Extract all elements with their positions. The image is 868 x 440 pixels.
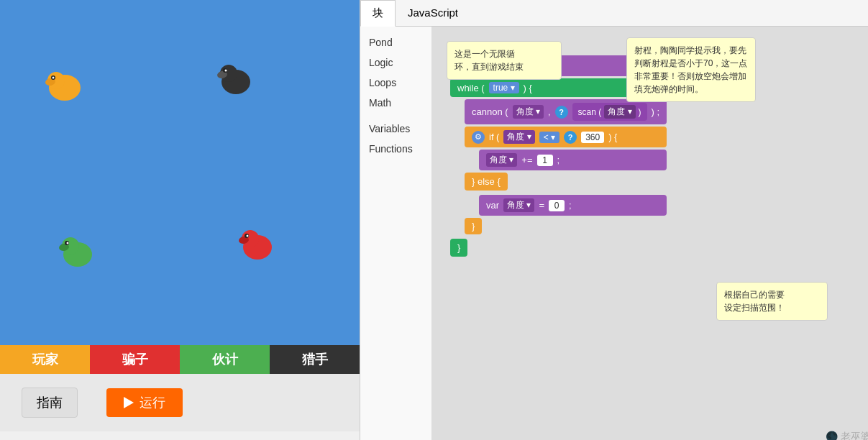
svg-point-4 [52, 77, 55, 79]
bottom-bar: 指南 运行 [0, 374, 360, 431]
code-panel: 块 JavaScript Pond Logic Loops Math [360, 0, 868, 440]
cannon-row: cannon ( 角度 ▾ , ? scan ( 角度 ▾ ) ) ; [465, 99, 667, 124]
sidebar-item-logic[interactable]: Logic [360, 52, 431, 73]
code-sidebar: Pond Logic Loops Math Variables Function… [360, 27, 432, 440]
q-badge-cannon: ? [555, 106, 568, 119]
svg-point-9 [225, 70, 227, 72]
guide-button[interactable]: 指南 [22, 388, 78, 418]
sidebar-item-loops[interactable]: Loops [360, 73, 431, 93]
code-content: Pond Logic Loops Math Variables Function… [360, 27, 868, 440]
else-row: } else { [465, 173, 508, 191]
duck-green [58, 230, 97, 272]
lt-dropdown[interactable]: < ▾ [539, 132, 559, 143]
angle-dropdown-if[interactable]: 角度 ▾ [503, 130, 534, 144]
label-partner: 伙计 [180, 345, 270, 374]
game-canvas [0, 0, 360, 345]
svg-point-19 [247, 235, 249, 237]
label-hunter: 猎手 [270, 345, 360, 374]
if-container: ⚙ if ( 角度 ▾ < ▾ ? 360 ) { [465, 127, 667, 234]
sidebar-item-variables[interactable]: Variables [360, 119, 431, 139]
duck-dark [216, 58, 255, 100]
angle-dropdown-assign[interactable]: 角度 ▾ [486, 153, 517, 167]
sidebar-item-pond[interactable]: Pond [360, 32, 431, 52]
run-button[interactable]: 运行 [106, 388, 183, 417]
blocks-wrapper: 这是一个无限循 环，直到游戏结束 射程，陶陶同学提示我，要先 判断射程是否小于7… [439, 34, 868, 440]
angle-dropdown-scan[interactable]: 角度 ▾ [604, 105, 635, 119]
svg-point-14 [67, 242, 69, 244]
sidebar-item-functions[interactable]: Functions [360, 139, 431, 159]
val-one: 1 [537, 155, 553, 166]
var-row-2: var 角度 ▾ = 0 ; [479, 195, 667, 216]
tooltip-range: 射程，陶陶同学提示我，要先 判断射程是否小于70，这一点 非常重要！否则放空炮会… [626, 37, 756, 102]
angle-dropdown-cannon[interactable]: 角度 ▾ [513, 105, 544, 119]
gear-icon: ⚙ [472, 131, 485, 144]
duck-orange [43, 65, 86, 107]
sidebar-item-math[interactable]: Math [360, 93, 431, 113]
tab-blocks[interactable]: 块 [360, 0, 396, 27]
val-zero-2: 0 [549, 200, 565, 211]
assign-row-1: 角度 ▾ += 1 ; [479, 150, 667, 170]
tooltip-scan-range: 根据自己的需要 设定扫描范围！ [716, 282, 828, 321]
play-icon [124, 397, 134, 408]
angle-dropdown-var2[interactable]: 角度 ▾ [503, 198, 534, 212]
scan-block: scan ( 角度 ▾ ) [572, 103, 647, 121]
watermark: 🌑 老巫婆的程序世界 [826, 431, 868, 440]
duck-red [237, 223, 277, 265]
close-while-brace: } [450, 239, 467, 257]
val-360: 360 [581, 132, 604, 143]
if-row: ⚙ if ( 角度 ▾ < ▾ ? 360 ) { [465, 127, 667, 147]
label-cheater: 骗子 [90, 345, 180, 374]
blocks-area: 这是一个无限循 环，直到游戏结束 射程，陶陶同学提示我，要先 判断射程是否小于7… [432, 27, 868, 440]
game-panel: 玩家 骗子 伙计 猎手 指南 运行 [0, 0, 360, 440]
label-player: 玩家 [0, 345, 90, 374]
game-labels: 玩家 骗子 伙计 猎手 [0, 345, 360, 374]
close-if-brace: } [465, 218, 482, 234]
q-badge-if: ? [564, 131, 577, 144]
tab-javascript[interactable]: JavaScript [396, 0, 470, 26]
tooltip-loop: 这是一个无限循 环，直到游戏结束 [447, 41, 562, 80]
true-dropdown[interactable]: true ▾ [489, 82, 519, 93]
main-area: 玩家 骗子 伙计 猎手 指南 运行 [0, 0, 868, 440]
code-tabs: 块 JavaScript [360, 0, 868, 27]
